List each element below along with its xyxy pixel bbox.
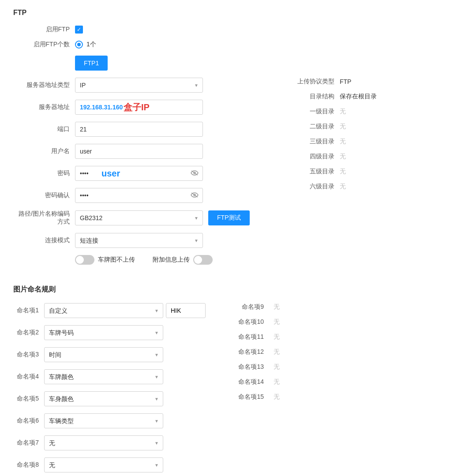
naming-section-title: 图片命名规则 — [13, 285, 437, 294]
naming-item4-label: 命名项4 — [13, 373, 44, 381]
naming-item5-select[interactable]: 车身颜色 — [44, 391, 163, 406]
naming-item14-label: 命名项14 — [238, 378, 269, 386]
level1-value: 无 — [340, 108, 375, 116]
password-confirm-wrapper — [75, 188, 203, 203]
extra-info-label: 附加信息上传 — [153, 256, 190, 264]
password-input[interactable] — [75, 166, 203, 181]
naming-item1-select-wrapper: 自定义 — [44, 303, 163, 318]
encoding-label: 路径/图片名称编码方式 — [13, 210, 75, 226]
naming-item13-label: 命名项13 — [238, 363, 269, 371]
password-wrapper: user — [75, 166, 203, 181]
no-plate-upload-toggle[interactable] — [75, 255, 94, 265]
naming-item6-select-wrapper: 车辆类型 — [44, 413, 163, 428]
dir-structure-value: 保存在根目录 — [340, 93, 377, 101]
extra-info-toggle[interactable] — [193, 255, 213, 265]
level6-label: 六级目录 — [296, 183, 340, 191]
upload-protocol-label: 上传协议类型 — [296, 78, 340, 86]
naming-item2-select[interactable]: 车牌号码 — [44, 325, 163, 340]
naming-item8-select[interactable]: 无 — [44, 457, 163, 472]
naming-item9-label: 命名项9 — [238, 303, 269, 311]
connect-mode-select-wrapper: 短连接 — [75, 233, 203, 248]
naming-item8-select-wrapper: 无 — [44, 457, 163, 472]
naming-item1-label: 命名项1 — [13, 307, 44, 315]
password-confirm-eye-icon[interactable] — [191, 191, 199, 199]
upload-protocol-value: FTP — [340, 78, 375, 85]
enable-ftp-count-label: 启用FTP个数 — [13, 41, 75, 49]
naming-item15-value: 无 — [274, 393, 280, 401]
connect-mode-select[interactable]: 短连接 — [75, 233, 203, 248]
naming-item7-select-wrapper: 无 — [44, 435, 163, 450]
level1-label: 一级目录 — [296, 108, 340, 116]
naming-item5-select-wrapper: 车身颜色 — [44, 391, 163, 406]
encoding-select[interactable]: GB2312 — [75, 210, 203, 225]
ftp-section-title: FTP — [13, 9, 437, 17]
password-label: 密码 — [13, 169, 75, 177]
enable-ftp-label: 启用FTP — [13, 26, 75, 34]
level2-value: 无 — [340, 123, 375, 131]
naming-item12-label: 命名项12 — [238, 348, 269, 356]
ftp-test-button[interactable]: FTP测试 — [208, 210, 250, 225]
server-addr-input[interactable] — [75, 100, 203, 115]
naming-item13-value: 无 — [274, 363, 280, 371]
dir-structure-label: 目录结构 — [296, 93, 340, 101]
naming-item14-value: 无 — [274, 378, 280, 386]
level6-value: 无 — [340, 183, 375, 191]
naming-item11-label: 命名项11 — [238, 333, 269, 341]
naming-item3-select-wrapper: 时间 — [44, 347, 163, 362]
enable-ftp-checkbox[interactable]: ✓ — [75, 26, 83, 34]
naming-item2-label: 命名项2 — [13, 329, 44, 337]
level3-value: 无 — [340, 138, 375, 146]
naming-item6-select[interactable]: 车辆类型 — [44, 413, 163, 428]
naming-item10-value: 无 — [274, 318, 280, 326]
server-addr-type-select-wrapper: IP — [75, 78, 203, 93]
naming-item7-label: 命名项7 — [13, 439, 44, 447]
naming-item11-value: 无 — [274, 333, 280, 341]
naming-item5-label: 命名项5 — [13, 395, 44, 403]
level2-label: 二级目录 — [296, 123, 340, 131]
level5-label: 五级目录 — [296, 168, 340, 176]
level4-value: 无 — [340, 153, 375, 161]
naming-item12-value: 无 — [274, 348, 280, 356]
naming-item1-input[interactable] — [166, 303, 206, 318]
naming-item3-select[interactable]: 时间 — [44, 347, 163, 362]
password-eye-icon[interactable] — [191, 169, 199, 177]
level4-label: 四级目录 — [296, 153, 340, 161]
ftp-count-radio[interactable] — [75, 41, 83, 49]
ftp-count-value: 1个 — [86, 41, 96, 49]
naming-item10-label: 命名项10 — [238, 318, 269, 326]
encoding-select-wrapper: GB2312 — [75, 210, 203, 225]
password-confirm-label: 密码确认 — [13, 191, 75, 199]
naming-item6-label: 命名项6 — [13, 417, 44, 425]
naming-item7-select[interactable]: 无 — [44, 435, 163, 450]
port-input[interactable] — [75, 122, 203, 137]
naming-item1-select[interactable]: 自定义 — [44, 303, 163, 318]
naming-item4-select-wrapper: 车牌颜色 — [44, 369, 163, 384]
level3-label: 三级目录 — [296, 138, 340, 146]
username-input[interactable] — [75, 144, 203, 159]
server-addr-type-label: 服务器地址类型 — [13, 81, 75, 89]
naming-item4-select[interactable]: 车牌颜色 — [44, 369, 163, 384]
level5-value: 无 — [340, 168, 375, 176]
no-plate-upload-label: 车牌图不上传 — [98, 256, 135, 264]
username-label: 用户名 — [13, 147, 75, 155]
naming-item2-select-wrapper: 车牌号码 — [44, 325, 163, 340]
naming-item8-label: 命名项8 — [13, 461, 44, 469]
naming-item9-value: 无 — [274, 303, 280, 311]
server-addr-label: 服务器地址 — [13, 103, 75, 111]
password-confirm-input[interactable] — [75, 188, 203, 203]
naming-item15-label: 命名项15 — [238, 393, 269, 401]
connect-mode-label: 连接模式 — [13, 236, 75, 244]
ftp1-tab[interactable]: FTP1 — [75, 56, 108, 71]
port-label: 端口 — [13, 125, 75, 133]
naming-item3-label: 命名项3 — [13, 351, 44, 359]
server-addr-type-select[interactable]: IP — [75, 78, 203, 93]
